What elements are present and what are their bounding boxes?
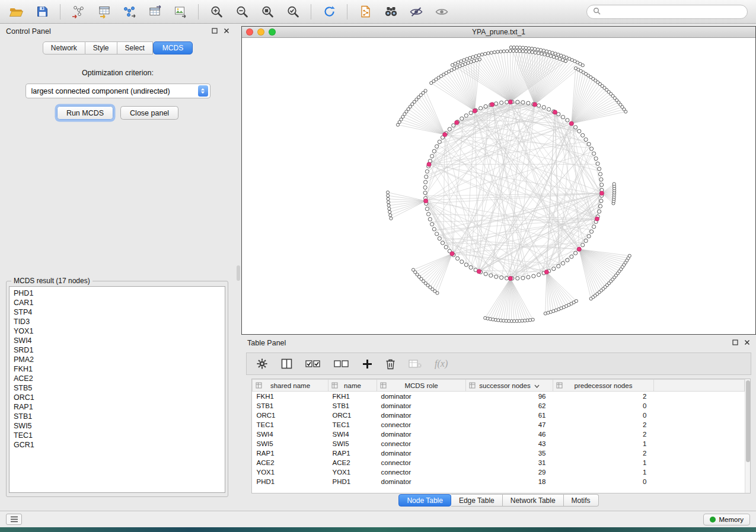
- mcds-result-item[interactable]: STB5: [14, 383, 221, 393]
- table-row[interactable]: ORC1ORC1dominator610: [253, 411, 745, 420]
- cell-name[interactable]: STB1: [328, 401, 377, 411]
- cell-name[interactable]: YOX1: [328, 467, 377, 477]
- cell-shared-name[interactable]: YOX1: [253, 467, 328, 477]
- column-header-MCDS-role[interactable]: MCDS role: [377, 380, 466, 392]
- table-row[interactable]: RAP1RAP1dominator352: [253, 448, 745, 458]
- find-icon[interactable]: [380, 2, 401, 21]
- table-row[interactable]: SWI4SWI4dominator462: [253, 430, 745, 439]
- tab-edge-table[interactable]: Edge Table: [451, 494, 503, 507]
- clear-cell-icon[interactable]: [409, 359, 422, 368]
- cell-name[interactable]: RAP1: [328, 448, 377, 458]
- cell-name[interactable]: FKH1: [328, 392, 377, 402]
- show-graphics-details-icon[interactable]: [431, 2, 452, 21]
- close-panel-icon[interactable]: [744, 339, 750, 347]
- deselect-all-icon[interactable]: [334, 359, 349, 368]
- cell-mcds-role[interactable]: dominator: [377, 411, 466, 420]
- mcds-result-item[interactable]: SWI5: [14, 421, 221, 431]
- cell-predecessor-nodes[interactable]: 0: [553, 411, 654, 420]
- mcds-result-item[interactable]: ACE2: [14, 374, 221, 383]
- mcds-result-item[interactable]: SWI4: [14, 336, 221, 345]
- mcds-result-list[interactable]: PHD1CAR1STP4TID3YOX1SWI4SRD1PMA2FKH1ACE2…: [9, 286, 225, 493]
- close-panel-button[interactable]: Close panel: [120, 106, 178, 120]
- open-file-icon[interactable]: [6, 2, 27, 21]
- cell-successor-nodes[interactable]: 62: [466, 401, 553, 411]
- table-row[interactable]: FKH1FKH1dominator962: [253, 392, 745, 402]
- memory-button[interactable]: Memory: [703, 514, 750, 525]
- table-row[interactable]: SWI5SWI5connector431: [253, 439, 745, 448]
- select-all-icon[interactable]: [305, 359, 321, 368]
- window-close-icon[interactable]: [246, 28, 253, 36]
- cell-mcds-role[interactable]: dominator: [377, 392, 466, 402]
- table-scrollbar[interactable]: [745, 379, 750, 493]
- zoom-selected-icon[interactable]: [282, 2, 304, 21]
- column-header-name[interactable]: name: [328, 380, 377, 392]
- cell-predecessor-nodes[interactable]: 1: [553, 458, 654, 467]
- mcds-result-item[interactable]: TID3: [14, 317, 221, 326]
- export-image-icon[interactable]: [170, 2, 191, 21]
- cell-shared-name[interactable]: RAP1: [253, 448, 328, 458]
- float-panel-icon[interactable]: [732, 339, 738, 347]
- column-header-predecessor-nodes[interactable]: predecessor nodes: [553, 380, 654, 392]
- cell-predecessor-nodes[interactable]: 2: [553, 420, 654, 430]
- table-row[interactable]: ACE2ACE2connector311: [253, 458, 745, 467]
- close-panel-icon[interactable]: [224, 27, 229, 36]
- status-menu-icon[interactable]: [6, 514, 22, 525]
- cell-predecessor-nodes[interactable]: 2: [553, 430, 654, 439]
- network-graph[interactable]: [242, 38, 755, 334]
- export-network-icon[interactable]: [119, 2, 140, 21]
- column-header-shared-name[interactable]: shared name: [253, 380, 328, 392]
- cell-mcds-role[interactable]: connector: [377, 458, 466, 467]
- tab-network[interactable]: Network: [43, 41, 85, 55]
- cell-shared-name[interactable]: STB1: [253, 401, 328, 411]
- tab-style[interactable]: Style: [85, 41, 117, 55]
- table-row[interactable]: STB1STB1dominator620: [253, 401, 745, 411]
- criterion-select[interactable]: largest connected component (undirected): [25, 84, 210, 98]
- cell-predecessor-nodes[interactable]: 2: [553, 448, 654, 458]
- column-settings-icon[interactable]: [256, 358, 268, 370]
- cell-predecessor-nodes[interactable]: 2: [553, 392, 654, 402]
- mcds-result-item[interactable]: TEC1: [14, 431, 221, 440]
- vertical-splitter[interactable]: [235, 24, 241, 511]
- window-minimize-icon[interactable]: [257, 28, 264, 36]
- cell-predecessor-nodes[interactable]: 1: [553, 467, 654, 477]
- table-row[interactable]: YOX1YOX1connector291: [253, 467, 745, 477]
- cell-name[interactable]: SWI4: [328, 430, 377, 439]
- tab-network-table[interactable]: Network Table: [503, 494, 564, 507]
- cell-mcds-role[interactable]: connector: [377, 439, 466, 448]
- export-table-icon[interactable]: [144, 2, 165, 21]
- cell-successor-nodes[interactable]: 29: [466, 467, 553, 477]
- cell-successor-nodes[interactable]: 43: [466, 439, 553, 448]
- mcds-result-item[interactable]: STP4: [14, 307, 221, 317]
- cell-successor-nodes[interactable]: 31: [466, 458, 553, 467]
- cell-mcds-role[interactable]: connector: [377, 420, 466, 430]
- splitter-grip[interactable]: [237, 265, 240, 281]
- cell-shared-name[interactable]: PHD1: [253, 477, 328, 486]
- search-input[interactable]: [586, 5, 748, 19]
- fit-content-icon[interactable]: [257, 2, 278, 21]
- import-table-icon[interactable]: [93, 2, 114, 21]
- cell-mcds-role[interactable]: dominator: [377, 430, 466, 439]
- column-header-successor-nodes[interactable]: successor nodes: [466, 380, 553, 392]
- cell-successor-nodes[interactable]: 18: [466, 477, 553, 486]
- zoom-in-icon[interactable]: [206, 2, 227, 21]
- cell-shared-name[interactable]: FKH1: [253, 392, 328, 402]
- cell-successor-nodes[interactable]: 47: [466, 420, 553, 430]
- cell-shared-name[interactable]: SWI4: [253, 430, 328, 439]
- cell-shared-name[interactable]: ACE2: [253, 458, 328, 467]
- tab-motifs[interactable]: Motifs: [564, 494, 599, 507]
- window-zoom-icon[interactable]: [269, 28, 276, 36]
- cell-predecessor-nodes[interactable]: 1: [553, 439, 654, 448]
- cell-successor-nodes[interactable]: 46: [466, 430, 553, 439]
- run-mcds-button[interactable]: Run MCDS: [57, 106, 113, 120]
- search-field[interactable]: [604, 8, 741, 16]
- cell-successor-nodes[interactable]: 96: [466, 392, 553, 402]
- mcds-result-item[interactable]: PMA2: [14, 355, 221, 364]
- refresh-view-icon[interactable]: [318, 2, 340, 21]
- tab-node-table[interactable]: Node Table: [398, 494, 451, 507]
- show-column-icon[interactable]: [281, 358, 292, 369]
- mcds-result-item[interactable]: SRD1: [14, 345, 221, 355]
- mcds-result-item[interactable]: FKH1: [14, 364, 221, 374]
- cell-predecessor-nodes[interactable]: 0: [553, 477, 654, 486]
- cell-successor-nodes[interactable]: 61: [466, 411, 553, 420]
- cell-mcds-role[interactable]: dominator: [377, 477, 466, 486]
